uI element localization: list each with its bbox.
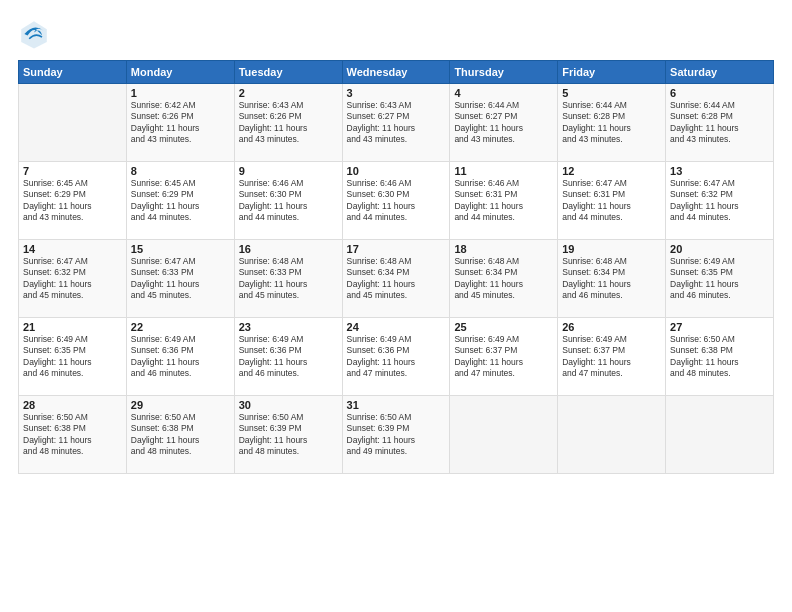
- day-cell: 27Sunrise: 6:50 AM Sunset: 6:38 PM Dayli…: [666, 318, 774, 396]
- day-cell: 17Sunrise: 6:48 AM Sunset: 6:34 PM Dayli…: [342, 240, 450, 318]
- day-cell: 31Sunrise: 6:50 AM Sunset: 6:39 PM Dayli…: [342, 396, 450, 474]
- day-number: 18: [454, 243, 553, 255]
- col-header-sunday: Sunday: [19, 61, 127, 84]
- week-row-4: 28Sunrise: 6:50 AM Sunset: 6:38 PM Dayli…: [19, 396, 774, 474]
- day-cell: 14Sunrise: 6:47 AM Sunset: 6:32 PM Dayli…: [19, 240, 127, 318]
- day-number: 3: [347, 87, 446, 99]
- day-info: Sunrise: 6:44 AM Sunset: 6:27 PM Dayligh…: [454, 100, 553, 146]
- day-number: 21: [23, 321, 122, 333]
- day-info: Sunrise: 6:43 AM Sunset: 6:26 PM Dayligh…: [239, 100, 338, 146]
- day-cell: 25Sunrise: 6:49 AM Sunset: 6:37 PM Dayli…: [450, 318, 558, 396]
- day-number: 11: [454, 165, 553, 177]
- day-number: 12: [562, 165, 661, 177]
- day-info: Sunrise: 6:49 AM Sunset: 6:36 PM Dayligh…: [131, 334, 230, 380]
- day-number: 20: [670, 243, 769, 255]
- day-number: 14: [23, 243, 122, 255]
- day-cell: [558, 396, 666, 474]
- day-cell: 12Sunrise: 6:47 AM Sunset: 6:31 PM Dayli…: [558, 162, 666, 240]
- day-info: Sunrise: 6:46 AM Sunset: 6:31 PM Dayligh…: [454, 178, 553, 224]
- day-number: 15: [131, 243, 230, 255]
- day-cell: 19Sunrise: 6:48 AM Sunset: 6:34 PM Dayli…: [558, 240, 666, 318]
- day-cell: 20Sunrise: 6:49 AM Sunset: 6:35 PM Dayli…: [666, 240, 774, 318]
- day-cell: 11Sunrise: 6:46 AM Sunset: 6:31 PM Dayli…: [450, 162, 558, 240]
- day-cell: [450, 396, 558, 474]
- day-number: 23: [239, 321, 338, 333]
- col-header-saturday: Saturday: [666, 61, 774, 84]
- day-number: 29: [131, 399, 230, 411]
- day-number: 10: [347, 165, 446, 177]
- day-cell: 15Sunrise: 6:47 AM Sunset: 6:33 PM Dayli…: [126, 240, 234, 318]
- day-info: Sunrise: 6:47 AM Sunset: 6:31 PM Dayligh…: [562, 178, 661, 224]
- day-number: 17: [347, 243, 446, 255]
- day-number: 4: [454, 87, 553, 99]
- day-number: 13: [670, 165, 769, 177]
- day-info: Sunrise: 6:49 AM Sunset: 6:37 PM Dayligh…: [454, 334, 553, 380]
- day-info: Sunrise: 6:50 AM Sunset: 6:38 PM Dayligh…: [131, 412, 230, 458]
- day-info: Sunrise: 6:50 AM Sunset: 6:39 PM Dayligh…: [347, 412, 446, 458]
- day-cell: 4Sunrise: 6:44 AM Sunset: 6:27 PM Daylig…: [450, 84, 558, 162]
- day-info: Sunrise: 6:49 AM Sunset: 6:36 PM Dayligh…: [347, 334, 446, 380]
- day-number: 7: [23, 165, 122, 177]
- day-cell: 24Sunrise: 6:49 AM Sunset: 6:36 PM Dayli…: [342, 318, 450, 396]
- generalblue-icon: [18, 18, 50, 50]
- day-number: 1: [131, 87, 230, 99]
- day-number: 26: [562, 321, 661, 333]
- day-info: Sunrise: 6:48 AM Sunset: 6:34 PM Dayligh…: [347, 256, 446, 302]
- day-cell: 21Sunrise: 6:49 AM Sunset: 6:35 PM Dayli…: [19, 318, 127, 396]
- col-header-thursday: Thursday: [450, 61, 558, 84]
- day-cell: 26Sunrise: 6:49 AM Sunset: 6:37 PM Dayli…: [558, 318, 666, 396]
- calendar-table: SundayMondayTuesdayWednesdayThursdayFrid…: [18, 60, 774, 474]
- day-cell: 8Sunrise: 6:45 AM Sunset: 6:29 PM Daylig…: [126, 162, 234, 240]
- day-cell: 7Sunrise: 6:45 AM Sunset: 6:29 PM Daylig…: [19, 162, 127, 240]
- day-info: Sunrise: 6:47 AM Sunset: 6:32 PM Dayligh…: [23, 256, 122, 302]
- day-number: 6: [670, 87, 769, 99]
- day-info: Sunrise: 6:45 AM Sunset: 6:29 PM Dayligh…: [131, 178, 230, 224]
- day-number: 8: [131, 165, 230, 177]
- week-row-0: 1Sunrise: 6:42 AM Sunset: 6:26 PM Daylig…: [19, 84, 774, 162]
- day-cell: 13Sunrise: 6:47 AM Sunset: 6:32 PM Dayli…: [666, 162, 774, 240]
- col-header-friday: Friday: [558, 61, 666, 84]
- day-number: 28: [23, 399, 122, 411]
- day-info: Sunrise: 6:45 AM Sunset: 6:29 PM Dayligh…: [23, 178, 122, 224]
- day-info: Sunrise: 6:47 AM Sunset: 6:32 PM Dayligh…: [670, 178, 769, 224]
- day-cell: 10Sunrise: 6:46 AM Sunset: 6:30 PM Dayli…: [342, 162, 450, 240]
- day-cell: [19, 84, 127, 162]
- col-header-monday: Monday: [126, 61, 234, 84]
- week-row-2: 14Sunrise: 6:47 AM Sunset: 6:32 PM Dayli…: [19, 240, 774, 318]
- day-number: 22: [131, 321, 230, 333]
- day-number: 16: [239, 243, 338, 255]
- day-cell: 3Sunrise: 6:43 AM Sunset: 6:27 PM Daylig…: [342, 84, 450, 162]
- day-info: Sunrise: 6:44 AM Sunset: 6:28 PM Dayligh…: [562, 100, 661, 146]
- day-number: 19: [562, 243, 661, 255]
- day-number: 5: [562, 87, 661, 99]
- week-row-1: 7Sunrise: 6:45 AM Sunset: 6:29 PM Daylig…: [19, 162, 774, 240]
- day-cell: 23Sunrise: 6:49 AM Sunset: 6:36 PM Dayli…: [234, 318, 342, 396]
- week-row-3: 21Sunrise: 6:49 AM Sunset: 6:35 PM Dayli…: [19, 318, 774, 396]
- day-cell: 1Sunrise: 6:42 AM Sunset: 6:26 PM Daylig…: [126, 84, 234, 162]
- day-number: 25: [454, 321, 553, 333]
- logo: [18, 18, 54, 50]
- page: SundayMondayTuesdayWednesdayThursdayFrid…: [0, 0, 792, 612]
- day-info: Sunrise: 6:50 AM Sunset: 6:38 PM Dayligh…: [670, 334, 769, 380]
- day-info: Sunrise: 6:43 AM Sunset: 6:27 PM Dayligh…: [347, 100, 446, 146]
- day-info: Sunrise: 6:50 AM Sunset: 6:38 PM Dayligh…: [23, 412, 122, 458]
- day-cell: 6Sunrise: 6:44 AM Sunset: 6:28 PM Daylig…: [666, 84, 774, 162]
- day-cell: 22Sunrise: 6:49 AM Sunset: 6:36 PM Dayli…: [126, 318, 234, 396]
- col-header-wednesday: Wednesday: [342, 61, 450, 84]
- day-number: 30: [239, 399, 338, 411]
- day-info: Sunrise: 6:48 AM Sunset: 6:34 PM Dayligh…: [562, 256, 661, 302]
- day-cell: 30Sunrise: 6:50 AM Sunset: 6:39 PM Dayli…: [234, 396, 342, 474]
- day-info: Sunrise: 6:49 AM Sunset: 6:35 PM Dayligh…: [23, 334, 122, 380]
- day-info: Sunrise: 6:46 AM Sunset: 6:30 PM Dayligh…: [347, 178, 446, 224]
- day-info: Sunrise: 6:44 AM Sunset: 6:28 PM Dayligh…: [670, 100, 769, 146]
- day-number: 9: [239, 165, 338, 177]
- day-cell: 5Sunrise: 6:44 AM Sunset: 6:28 PM Daylig…: [558, 84, 666, 162]
- day-info: Sunrise: 6:49 AM Sunset: 6:36 PM Dayligh…: [239, 334, 338, 380]
- day-info: Sunrise: 6:49 AM Sunset: 6:37 PM Dayligh…: [562, 334, 661, 380]
- col-header-tuesday: Tuesday: [234, 61, 342, 84]
- day-info: Sunrise: 6:50 AM Sunset: 6:39 PM Dayligh…: [239, 412, 338, 458]
- day-cell: 29Sunrise: 6:50 AM Sunset: 6:38 PM Dayli…: [126, 396, 234, 474]
- day-number: 31: [347, 399, 446, 411]
- day-info: Sunrise: 6:46 AM Sunset: 6:30 PM Dayligh…: [239, 178, 338, 224]
- day-number: 24: [347, 321, 446, 333]
